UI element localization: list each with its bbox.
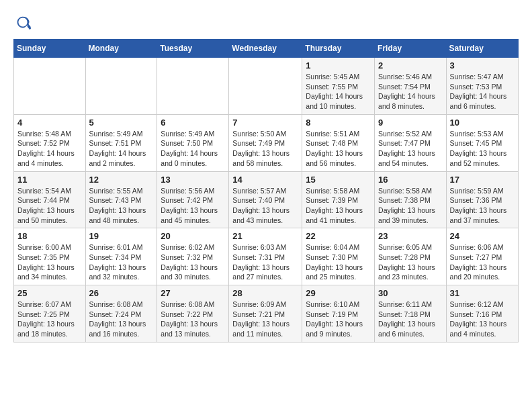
calendar-cell: 14Sunrise: 5:57 AM Sunset: 7:40 PM Dayli… [229, 171, 302, 228]
weekday-header-monday: Monday [85, 40, 157, 58]
day-info: Sunrise: 6:12 AM Sunset: 7:16 PM Dayligh… [450, 300, 515, 339]
week-row-4: 18Sunrise: 6:00 AM Sunset: 7:35 PM Dayli… [14, 228, 519, 285]
weekday-header-thursday: Thursday [302, 40, 375, 58]
day-number: 31 [450, 288, 515, 298]
weekday-header-wednesday: Wednesday [229, 40, 302, 58]
day-info: Sunrise: 5:50 AM Sunset: 7:49 PM Dayligh… [232, 129, 298, 169]
day-info: Sunrise: 5:45 AM Sunset: 7:55 PM Dayligh… [306, 72, 371, 111]
day-info: Sunrise: 6:03 AM Sunset: 7:31 PM Dayligh… [232, 242, 298, 282]
day-number: 27 [161, 288, 225, 298]
day-number: 1 [306, 60, 371, 71]
weekday-header-sunday: Sunday [14, 40, 86, 58]
day-info: Sunrise: 6:01 AM Sunset: 7:34 PM Dayligh… [89, 242, 154, 282]
week-row-3: 11Sunrise: 5:54 AM Sunset: 7:44 PM Dayli… [14, 171, 519, 228]
calendar-cell: 2Sunrise: 5:46 AM Sunset: 7:54 PM Daylig… [375, 58, 447, 115]
day-number: 14 [232, 175, 298, 185]
calendar-cell [85, 58, 157, 115]
calendar-cell: 25Sunrise: 6:07 AM Sunset: 7:25 PM Dayli… [14, 285, 86, 342]
day-info: Sunrise: 5:51 AM Sunset: 7:48 PM Dayligh… [306, 129, 371, 169]
day-number: 13 [161, 175, 225, 185]
weekday-header-friday: Friday [375, 40, 447, 58]
day-number: 28 [232, 288, 298, 298]
day-number: 21 [232, 231, 298, 241]
calendar-cell: 27Sunrise: 6:08 AM Sunset: 7:22 PM Dayli… [157, 285, 229, 342]
calendar-cell: 23Sunrise: 6:05 AM Sunset: 7:28 PM Dayli… [375, 228, 447, 285]
calendar-cell: 21Sunrise: 6:03 AM Sunset: 7:31 PM Dayli… [229, 228, 302, 285]
day-info: Sunrise: 5:53 AM Sunset: 7:45 PM Dayligh… [450, 129, 515, 169]
day-info: Sunrise: 6:11 AM Sunset: 7:18 PM Dayligh… [378, 300, 443, 339]
day-number: 19 [89, 231, 154, 241]
day-info: Sunrise: 5:49 AM Sunset: 7:50 PM Dayligh… [161, 129, 225, 169]
day-info: Sunrise: 5:58 AM Sunset: 7:39 PM Dayligh… [306, 186, 371, 226]
day-number: 16 [378, 175, 443, 185]
day-info: Sunrise: 5:48 AM Sunset: 7:52 PM Dayligh… [17, 129, 82, 169]
calendar-cell: 12Sunrise: 5:55 AM Sunset: 7:43 PM Dayli… [85, 171, 157, 228]
day-number: 15 [306, 175, 371, 185]
day-number: 12 [89, 175, 154, 185]
day-info: Sunrise: 6:02 AM Sunset: 7:32 PM Dayligh… [161, 242, 225, 282]
weekday-header-row: SundayMondayTuesdayWednesdayThursdayFrid… [14, 40, 519, 58]
calendar-cell: 11Sunrise: 5:54 AM Sunset: 7:44 PM Dayli… [14, 171, 86, 228]
calendar-cell: 19Sunrise: 6:01 AM Sunset: 7:34 PM Dayli… [85, 228, 157, 285]
day-number: 22 [306, 231, 371, 241]
calendar-cell: 16Sunrise: 5:58 AM Sunset: 7:38 PM Dayli… [375, 171, 447, 228]
calendar-cell: 29Sunrise: 6:10 AM Sunset: 7:19 PM Dayli… [302, 285, 375, 342]
day-number: 24 [450, 231, 515, 241]
week-row-1: 1Sunrise: 5:45 AM Sunset: 7:55 PM Daylig… [14, 58, 519, 115]
day-number: 5 [89, 118, 154, 128]
calendar-cell: 6Sunrise: 5:49 AM Sunset: 7:50 PM Daylig… [157, 114, 229, 171]
calendar-cell: 1Sunrise: 5:45 AM Sunset: 7:55 PM Daylig… [302, 58, 375, 115]
calendar-cell: 26Sunrise: 6:08 AM Sunset: 7:24 PM Dayli… [85, 285, 157, 342]
week-row-2: 4Sunrise: 5:48 AM Sunset: 7:52 PM Daylig… [14, 114, 519, 171]
day-info: Sunrise: 6:10 AM Sunset: 7:19 PM Dayligh… [306, 300, 371, 339]
day-number: 25 [17, 288, 82, 298]
logo-icon [13, 13, 32, 32]
weekday-header-tuesday: Tuesday [157, 40, 229, 58]
week-row-5: 25Sunrise: 6:07 AM Sunset: 7:25 PM Dayli… [14, 285, 519, 342]
day-info: Sunrise: 5:47 AM Sunset: 7:53 PM Dayligh… [450, 72, 515, 111]
weekday-header-saturday: Saturday [446, 40, 518, 58]
calendar-cell: 5Sunrise: 5:49 AM Sunset: 7:51 PM Daylig… [85, 114, 157, 171]
logo [13, 13, 35, 32]
day-number: 9 [378, 118, 443, 128]
day-info: Sunrise: 6:04 AM Sunset: 7:30 PM Dayligh… [306, 242, 371, 282]
calendar-cell: 15Sunrise: 5:58 AM Sunset: 7:39 PM Dayli… [302, 171, 375, 228]
day-info: Sunrise: 6:08 AM Sunset: 7:24 PM Dayligh… [89, 300, 154, 339]
day-number: 8 [306, 118, 371, 128]
day-info: Sunrise: 6:00 AM Sunset: 7:35 PM Dayligh… [17, 242, 82, 282]
calendar-cell: 18Sunrise: 6:00 AM Sunset: 7:35 PM Dayli… [14, 228, 86, 285]
day-number: 3 [450, 60, 515, 71]
day-number: 4 [17, 118, 82, 128]
day-info: Sunrise: 5:55 AM Sunset: 7:43 PM Dayligh… [89, 186, 154, 226]
day-number: 26 [89, 288, 154, 298]
day-info: Sunrise: 6:09 AM Sunset: 7:21 PM Dayligh… [232, 300, 298, 339]
day-number: 29 [306, 288, 371, 298]
day-number: 23 [378, 231, 443, 241]
day-info: Sunrise: 5:46 AM Sunset: 7:54 PM Dayligh… [378, 72, 443, 111]
calendar-cell: 3Sunrise: 5:47 AM Sunset: 7:53 PM Daylig… [446, 58, 518, 115]
day-number: 10 [450, 118, 515, 128]
calendar-table: SundayMondayTuesdayWednesdayThursdayFrid… [13, 39, 519, 342]
calendar-cell [157, 58, 229, 115]
day-info: Sunrise: 5:52 AM Sunset: 7:47 PM Dayligh… [378, 129, 443, 169]
day-number: 11 [17, 175, 82, 185]
day-number: 7 [232, 118, 298, 128]
calendar-cell: 28Sunrise: 6:09 AM Sunset: 7:21 PM Dayli… [229, 285, 302, 342]
calendar-cell: 31Sunrise: 6:12 AM Sunset: 7:16 PM Dayli… [446, 285, 518, 342]
page-header [13, 13, 519, 32]
calendar-cell: 9Sunrise: 5:52 AM Sunset: 7:47 PM Daylig… [375, 114, 447, 171]
day-number: 6 [161, 118, 225, 128]
day-info: Sunrise: 6:06 AM Sunset: 7:27 PM Dayligh… [450, 242, 515, 282]
day-number: 18 [17, 231, 82, 241]
calendar-cell: 10Sunrise: 5:53 AM Sunset: 7:45 PM Dayli… [446, 114, 518, 171]
calendar-cell [229, 58, 302, 115]
calendar-cell [14, 58, 86, 115]
day-number: 17 [450, 175, 515, 185]
calendar-cell: 8Sunrise: 5:51 AM Sunset: 7:48 PM Daylig… [302, 114, 375, 171]
day-info: Sunrise: 5:57 AM Sunset: 7:40 PM Dayligh… [232, 186, 298, 226]
calendar-cell: 30Sunrise: 6:11 AM Sunset: 7:18 PM Dayli… [375, 285, 447, 342]
calendar-cell: 20Sunrise: 6:02 AM Sunset: 7:32 PM Dayli… [157, 228, 229, 285]
calendar-cell: 4Sunrise: 5:48 AM Sunset: 7:52 PM Daylig… [14, 114, 86, 171]
day-number: 2 [378, 60, 443, 71]
calendar-cell: 7Sunrise: 5:50 AM Sunset: 7:49 PM Daylig… [229, 114, 302, 171]
